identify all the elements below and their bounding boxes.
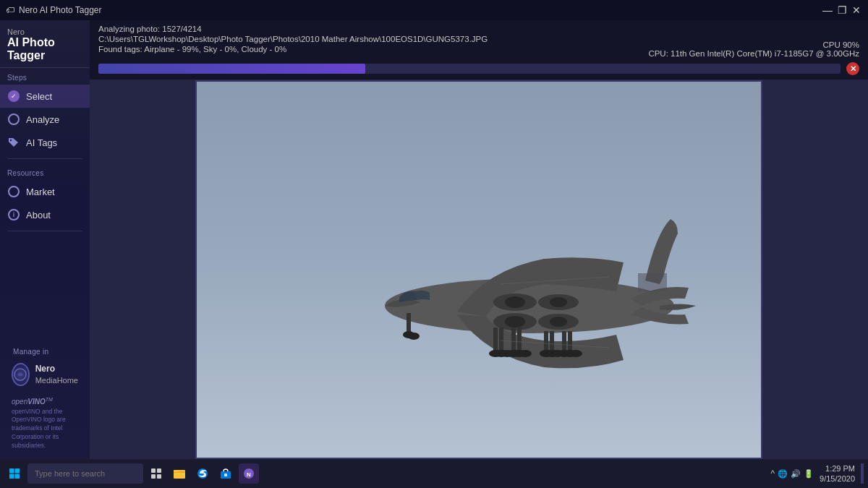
openvino-logo: openVINOTM openVINO and the OpenVINO log… — [6, 390, 84, 453]
cpu-label: CPU — [822, 40, 840, 49]
taskbar: N ^ 🌐 🔊 🔋 1:29 PM 9/15/2020 — [0, 459, 868, 488]
taskbar-nero-icon[interactable]: N — [239, 463, 259, 484]
minimize-button[interactable]: — — [822, 4, 833, 16]
resources-label: Resources — [0, 163, 90, 180]
system-tray: ^ 🌐 🔊 🔋 — [770, 468, 814, 479]
product-line2: Tagger — [7, 49, 82, 62]
window-title: Nero AI Photo Tagger — [19, 5, 102, 15]
steps-label: Steps — [0, 68, 90, 85]
content-area: Analyzing photo: 1527/4214 C:\Users\TGLW… — [90, 20, 868, 459]
manage-label: Manage in — [6, 342, 84, 359]
svg-point-11 — [550, 297, 567, 307]
svg-point-9 — [505, 296, 525, 308]
tray-network-icon[interactable]: 🌐 — [778, 469, 788, 479]
taskbar-edge-icon[interactable] — [192, 463, 213, 484]
clock-time: 1:29 PM — [820, 463, 855, 474]
app-icon: 🏷 — [6, 5, 14, 15]
about-label: About — [26, 210, 51, 221]
svg-rect-44 — [151, 474, 156, 479]
svg-point-24 — [519, 350, 532, 357]
svg-rect-43 — [157, 468, 161, 473]
analyzing-row: Analyzing photo: 1527/4214 — [98, 25, 859, 33]
title-bar-left: 🏷 Nero AI Photo Tagger — [6, 5, 102, 15]
svg-rect-45 — [157, 474, 161, 479]
svg-point-34 — [569, 350, 582, 357]
show-desktop-button[interactable] — [861, 463, 864, 484]
svg-text:N: N — [247, 471, 251, 478]
file-path: C:\Users\TGLWorkshop\Desktop\Photo Tagge… — [98, 35, 488, 43]
svg-rect-15 — [493, 328, 498, 353]
clock-date: 9/15/2020 — [820, 474, 855, 484]
sidebar-bottom: Manage in Nero MediaHome openVINOTM op — [0, 336, 90, 459]
task-view-button[interactable] — [146, 463, 166, 484]
analyze-icon — [7, 113, 20, 126]
photo-area — [90, 80, 868, 459]
sidebar-divider-1 — [7, 158, 82, 159]
svg-rect-38 — [9, 468, 14, 474]
progress-bar-outer — [98, 64, 841, 74]
taskbar-store-icon[interactable] — [216, 463, 236, 484]
brand-name: Nero — [7, 27, 82, 36]
photo-frame — [195, 80, 762, 459]
progress-bar-inner — [98, 64, 365, 74]
svg-rect-41 — [15, 474, 20, 479]
svg-point-14 — [408, 333, 420, 340]
progress-close-button[interactable]: ✕ — [846, 62, 859, 75]
svg-rect-25 — [544, 331, 548, 353]
analyze-label: Analyze — [26, 114, 59, 125]
product-line1: AI Photo — [7, 36, 82, 49]
mediahome-link[interactable]: Nero MediaHome — [6, 359, 84, 390]
svg-point-0 — [10, 140, 12, 141]
svg-rect-39 — [15, 468, 20, 474]
sidebar-item-about[interactable]: i About — [0, 203, 90, 226]
svg-rect-26 — [550, 331, 554, 353]
svg-rect-35 — [638, 273, 667, 291]
ai-tags-icon — [7, 136, 20, 149]
restore-button[interactable]: ❐ — [836, 4, 848, 16]
analyzing-label: Analyzing photo: — [98, 25, 160, 33]
taskbar-explorer-icon[interactable] — [169, 463, 190, 484]
taskbar-right: ^ 🌐 🔊 🔋 1:29 PM 9/15/2020 — [770, 463, 864, 484]
sidebar-item-ai-tags[interactable]: AI Tags — [0, 131, 90, 154]
svg-point-5 — [505, 316, 525, 328]
found-tags: Found tags: Airplane - 99%, Sky - 0%, Cl… — [98, 45, 286, 53]
app-logo: Nero AI Photo Tagger — [0, 20, 90, 68]
sidebar-divider-2 — [7, 231, 82, 231]
taskbar-time-display: 1:29 PM 9/15/2020 — [820, 463, 855, 484]
market-icon — [7, 185, 20, 198]
tray-battery-icon[interactable]: 🔋 — [804, 469, 814, 479]
svg-rect-50 — [224, 474, 227, 476]
mediahome-icon — [12, 363, 30, 386]
select-icon: ✓ — [7, 90, 20, 103]
progress-bar-container: ✕ — [90, 59, 868, 80]
mediahome-subtitle: MediaHome — [35, 376, 78, 385]
windows-start-button[interactable] — [4, 463, 25, 484]
svg-rect-42 — [151, 468, 156, 473]
cpu-info: CPU 90% CPU: 11th Gen Intel(R) Core(TM) … — [648, 40, 859, 58]
svg-rect-40 — [9, 474, 14, 479]
ai-tags-label: AI Tags — [26, 137, 57, 148]
about-icon: i — [7, 208, 20, 221]
svg-rect-16 — [499, 328, 503, 353]
cpu-value: 90% — [843, 40, 859, 49]
svg-rect-21 — [517, 328, 522, 353]
main-layout: Nero AI Photo Tagger Steps ✓ Select Anal… — [0, 20, 868, 459]
aircraft-scene — [197, 82, 761, 458]
cpu-usage: CPU 90% — [648, 40, 859, 49]
openvino-text: openVINO and the OpenVINO logo are trade… — [12, 408, 78, 450]
title-bar-controls: — ❐ ✕ — [822, 4, 862, 16]
openvino-brand: openVINOTM — [12, 396, 78, 407]
market-label: Market — [26, 187, 55, 197]
sidebar-item-select[interactable]: ✓ Select — [0, 85, 90, 108]
svg-rect-31 — [568, 331, 572, 353]
mediahome-title: Nero — [35, 364, 78, 375]
svg-point-7 — [550, 317, 567, 327]
close-button[interactable]: ✕ — [851, 4, 862, 16]
tray-icon-1[interactable]: ^ — [770, 468, 775, 479]
svg-rect-2 — [197, 82, 761, 458]
tray-volume-icon[interactable]: 🔊 — [791, 469, 801, 479]
taskbar-search-input[interactable] — [27, 463, 143, 484]
sidebar-item-market[interactable]: Market — [0, 180, 90, 203]
info-bar: Analyzing photo: 1527/4214 C:\Users\TGLW… — [90, 20, 868, 59]
sidebar-item-analyze[interactable]: Analyze — [0, 108, 90, 131]
